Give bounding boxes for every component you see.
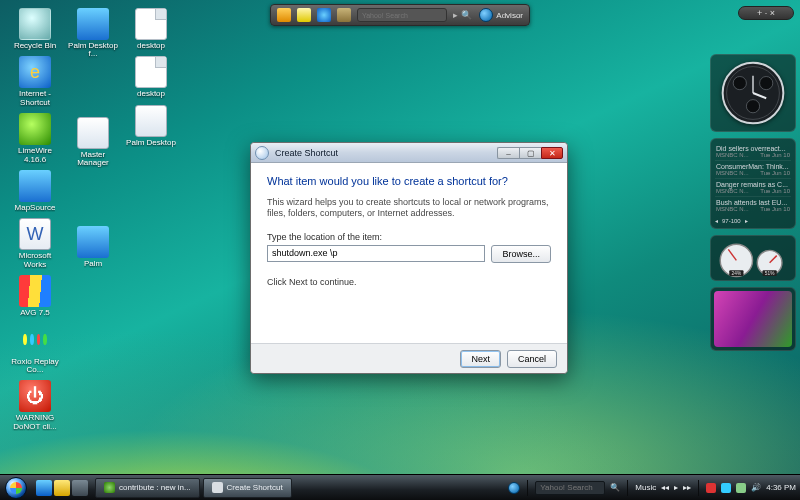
ql-explorer-icon[interactable] xyxy=(54,480,70,496)
titlebar[interactable]: Create Shortcut – ▢ ✕ xyxy=(251,143,567,163)
location-input[interactable] xyxy=(267,245,485,262)
palm-icon xyxy=(77,226,109,258)
file-icon xyxy=(135,8,167,40)
feed-title: Did sellers overreact... xyxy=(716,145,790,152)
palm-icon xyxy=(77,8,109,40)
limewire-icon xyxy=(19,113,51,145)
tray-play-icon[interactable]: ▸ xyxy=(674,483,678,492)
tray-network-icon[interactable] xyxy=(736,483,746,493)
dock-search-input[interactable] xyxy=(357,8,447,22)
dock-icon-1[interactable] xyxy=(277,8,291,22)
recycle-bin-icon xyxy=(19,8,51,40)
hp-logo-icon[interactable] xyxy=(479,8,493,22)
avg-icon xyxy=(19,275,51,307)
limewire[interactable]: LimeWire 4.16.6 xyxy=(8,113,62,164)
clock-gadget[interactable] xyxy=(710,54,796,132)
file-icon xyxy=(135,56,167,88)
svg-text:51%: 51% xyxy=(765,271,775,276)
palm[interactable]: Palm xyxy=(66,226,120,268)
avg[interactable]: AVG 7.5 xyxy=(8,275,62,317)
internet-shortcut[interactable]: eInternet - Shortcut xyxy=(8,56,62,107)
feed-gadget[interactable]: Did sellers overreact...MSNBC N...Tue Ju… xyxy=(710,138,796,229)
sidebar: Did sellers overreact...MSNBC N...Tue Ju… xyxy=(710,54,796,351)
dock-globe-icon[interactable] xyxy=(317,8,331,22)
warning[interactable]: ⏻WARNING DoNOT cli... xyxy=(8,380,62,431)
works-icon: W xyxy=(19,218,51,250)
palm-desktop-2[interactable]: Palm Desktop xyxy=(124,105,178,147)
dialog-body: What item would you like to create a sho… xyxy=(251,163,567,343)
desktop-file-1[interactable]: desktop xyxy=(124,8,178,50)
svg-point-3 xyxy=(760,77,773,90)
window-title: Create Shortcut xyxy=(275,148,338,158)
slideshow-image xyxy=(714,291,792,347)
slideshow-gadget[interactable] xyxy=(710,287,796,351)
tray-volume-icon[interactable]: 🔊 xyxy=(751,483,761,492)
contribute-icon xyxy=(104,482,115,493)
meter-icon: 24% 51% xyxy=(715,238,791,278)
mapsource[interactable]: MapSource xyxy=(8,170,62,212)
dialog-footer: Next Cancel xyxy=(251,343,567,373)
back-icon[interactable] xyxy=(255,146,269,160)
hp-dock: ▸ 🔍 Advisor xyxy=(270,4,530,26)
svg-text:24%: 24% xyxy=(732,271,742,276)
dialog-hint: Click Next to continue. xyxy=(267,277,551,287)
tray-prev-icon[interactable]: ◂◂ xyxy=(661,483,669,492)
feed-title: Danger remains as C... xyxy=(716,181,790,188)
feed-title: Bush attends last EU... xyxy=(716,199,790,206)
dialog-description: This wizard helps you to create shortcut… xyxy=(267,197,551,220)
roxio[interactable]: Roxio Replay Co... xyxy=(8,324,62,375)
quick-launch xyxy=(32,480,92,496)
system-tray: 🔍 Music ◂◂ ▸ ▸▸ 🔊 4:36 PM xyxy=(508,480,796,496)
recycle-bin[interactable]: Recycle Bin xyxy=(8,8,62,50)
browse-button[interactable]: Browse... xyxy=(491,245,551,263)
cpu-meter-gadget[interactable]: 24% 51% xyxy=(710,235,796,281)
next-button[interactable]: Next xyxy=(460,350,501,368)
tray-icon[interactable] xyxy=(706,483,716,493)
tray-next-icon[interactable]: ▸▸ xyxy=(683,483,691,492)
windows-orb-icon xyxy=(5,477,27,499)
internet-explorer-icon: e xyxy=(19,56,51,88)
sidebar-controls[interactable]: + · × xyxy=(738,6,794,20)
chevron-left-icon[interactable]: ◂ xyxy=(715,217,718,224)
svg-point-2 xyxy=(733,77,746,90)
cancel-button[interactable]: Cancel xyxy=(507,350,557,368)
manager-icon xyxy=(77,117,109,149)
taskbar-button-contribute[interactable]: contribute : new in... xyxy=(95,478,200,498)
page-icon xyxy=(135,105,167,137)
start-button[interactable] xyxy=(0,475,32,501)
clock-icon xyxy=(720,60,786,126)
desktop-icons-area: Recycle Bin eInternet - Shortcut LimeWir… xyxy=(8,8,178,431)
dock-icon-4[interactable] xyxy=(337,8,351,22)
chevron-right-icon[interactable]: ▸ xyxy=(745,217,748,224)
close-button[interactable]: ✕ xyxy=(541,147,563,159)
desktop-file-2[interactable]: desktop xyxy=(124,56,178,98)
create-shortcut-window: Create Shortcut – ▢ ✕ What item would yo… xyxy=(250,142,568,374)
palm-desktop[interactable]: Palm Desktop f... xyxy=(66,8,120,59)
minimize-button[interactable]: – xyxy=(497,147,519,159)
tray-icon[interactable] xyxy=(721,483,731,493)
tray-music-label[interactable]: Music xyxy=(635,483,656,492)
tray-search-input[interactable] xyxy=(535,481,605,495)
search-go-icon[interactable]: ▸ 🔍 xyxy=(453,10,472,20)
taskbar: contribute : new in... Create Shortcut 🔍… xyxy=(0,474,800,500)
tray-clock[interactable]: 4:36 PM xyxy=(766,483,796,492)
feed-title: ConsumerMan: Think... xyxy=(716,163,790,170)
dialog-heading: What item would you like to create a sho… xyxy=(267,175,551,187)
desktop: Recycle Bin eInternet - Shortcut LimeWir… xyxy=(0,0,800,500)
maximize-button[interactable]: ▢ xyxy=(519,147,541,159)
power-icon: ⏻ xyxy=(19,380,51,412)
advisor-label[interactable]: Advisor xyxy=(496,11,523,20)
feed-range: 97-100 xyxy=(722,218,741,224)
location-label: Type the location of the item: xyxy=(267,232,551,242)
taskbar-button-create-shortcut[interactable]: Create Shortcut xyxy=(203,478,292,498)
dock-icon-2[interactable] xyxy=(297,8,311,22)
mapsource-icon xyxy=(19,170,51,202)
master-manager[interactable]: Master Manager xyxy=(66,117,120,168)
roxio-icon xyxy=(19,324,51,356)
ql-ie-icon[interactable] xyxy=(36,480,52,496)
wizard-icon xyxy=(212,482,223,493)
tray-search-icon[interactable]: 🔍 xyxy=(610,483,620,492)
ql-show-desktop-icon[interactable] xyxy=(72,480,88,496)
tray-hp-icon[interactable] xyxy=(508,482,520,494)
microsoft-works[interactable]: WMicrosoft Works xyxy=(8,218,62,269)
